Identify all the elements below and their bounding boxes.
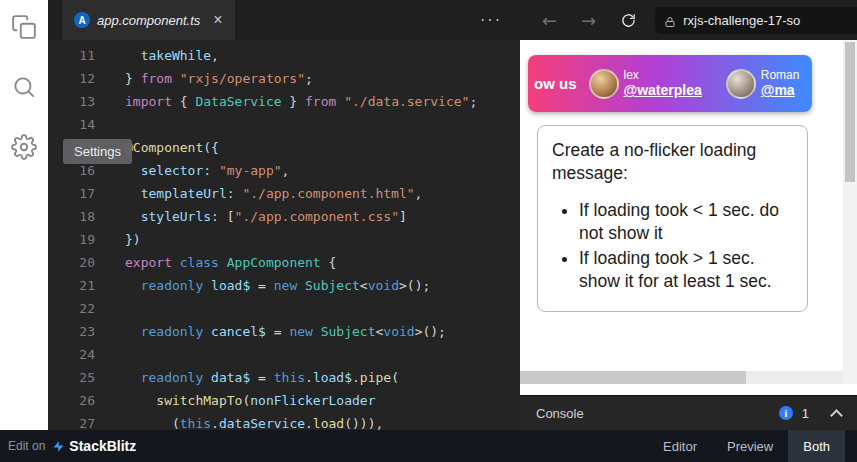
line-number: 25 bbox=[48, 366, 95, 389]
person-name: lex bbox=[624, 69, 702, 83]
line-number: 20 bbox=[48, 251, 95, 274]
chevron-up-icon[interactable] bbox=[830, 409, 843, 422]
top-bar: A app.component.ts × ··· ← → rxjs-challe… bbox=[48, 0, 857, 40]
refresh-icon[interactable] bbox=[620, 12, 637, 29]
line-number: 14 bbox=[48, 113, 95, 136]
code-text: readonly load$ = new Subject<void>(); bbox=[95, 274, 430, 297]
code-text: switchMapTo(nonFlickerLoader bbox=[95, 389, 375, 412]
code-line[interactable]: 26 switchMapTo(nonFlickerLoader bbox=[48, 389, 520, 412]
preview-pane: ow us lex@waterpleaRoman@ma Create a no-… bbox=[520, 40, 857, 395]
edit-on-label: Edit on bbox=[8, 439, 45, 453]
line-number: 21 bbox=[48, 274, 95, 297]
files-icon[interactable] bbox=[11, 14, 37, 40]
banner-person: lex@waterplea bbox=[589, 69, 702, 99]
vertical-scrollbar-thumb[interactable] bbox=[845, 42, 855, 182]
line-number: 24 bbox=[48, 343, 95, 366]
vertical-scrollbar[interactable] bbox=[843, 40, 857, 384]
code-line[interactable]: 23 readonly cancel$ = new Subject<void>(… bbox=[48, 320, 520, 343]
line-number: 17 bbox=[48, 182, 95, 205]
line-number: 13 bbox=[48, 90, 95, 113]
code-text: takeWhile, bbox=[95, 44, 219, 67]
code-lines: 11 takeWhile,12} from "rxjs/operators";1… bbox=[48, 44, 520, 430]
avatar bbox=[726, 69, 756, 99]
line-number: 11 bbox=[48, 44, 95, 67]
code-line[interactable]: 25 readonly data$ = this.load$.pipe( bbox=[48, 366, 520, 389]
line-number: 18 bbox=[48, 205, 95, 228]
task-list: If loading took < 1 sec. do not show itI… bbox=[552, 199, 793, 294]
preview-nav: ← → rxjs-challenge-17-so bbox=[520, 0, 857, 40]
tab-app-component-ts[interactable]: A app.component.ts × bbox=[62, 0, 235, 40]
task-bullet: If loading took < 1 sec. do not show it bbox=[579, 199, 793, 246]
view-mode-switcher: EditorPreviewBoth bbox=[648, 430, 845, 462]
url-text: rxjs-challenge-17-so bbox=[683, 13, 800, 28]
code-text: } from "rxjs/operators"; bbox=[95, 67, 313, 90]
mode-button-both[interactable]: Both bbox=[788, 430, 845, 462]
code-line[interactable]: 20export class AppComponent { bbox=[48, 251, 520, 274]
code-line[interactable]: 14 bbox=[48, 113, 520, 136]
task-title: Create a no-flicker loading message: bbox=[552, 139, 793, 186]
follow-text: ow us bbox=[534, 75, 577, 92]
line-number: 26 bbox=[48, 389, 95, 412]
person-handle-link[interactable]: @waterplea bbox=[624, 82, 702, 98]
console-message-count: 1 bbox=[802, 406, 809, 421]
code-line[interactable]: 19}) bbox=[48, 228, 520, 251]
url-bar[interactable]: rxjs-challenge-17-so bbox=[655, 7, 857, 34]
line-number: 12 bbox=[48, 67, 95, 90]
code-text: }) bbox=[95, 228, 141, 251]
activity-bar bbox=[0, 0, 48, 430]
lock-icon bbox=[664, 14, 676, 26]
horizontal-scrollbar[interactable] bbox=[520, 371, 843, 384]
stackblitz-app: Settings A app.component.ts × ··· ← → rx… bbox=[0, 0, 857, 462]
code-line[interactable]: 11 takeWhile, bbox=[48, 44, 520, 67]
mode-button-editor[interactable]: Editor bbox=[648, 430, 712, 462]
angular-file-icon: A bbox=[74, 12, 90, 28]
avatar bbox=[589, 69, 619, 99]
console-controls: i 1 bbox=[779, 406, 841, 421]
settings-tooltip: Settings bbox=[63, 139, 132, 164]
search-icon[interactable] bbox=[11, 74, 37, 100]
code-text: readonly cancel$ = new Subject<void>(); bbox=[95, 320, 446, 343]
line-number: 27 bbox=[48, 412, 95, 430]
console-label[interactable]: Console bbox=[536, 406, 584, 421]
more-actions-icon[interactable]: ··· bbox=[480, 11, 502, 29]
line-number: 22 bbox=[48, 297, 95, 320]
line-number: 23 bbox=[48, 320, 95, 343]
code-line[interactable]: 21 readonly load$ = new Subject<void>(); bbox=[48, 274, 520, 297]
code-text bbox=[95, 113, 125, 136]
code-line[interactable]: 27 (this.dataService.load())), bbox=[48, 412, 520, 430]
code-text: styleUrls: ["./app.component.css"] bbox=[95, 205, 407, 228]
console-panel: Console i 1 bbox=[520, 395, 857, 430]
code-line[interactable]: 13import { DataService } from "./data.se… bbox=[48, 90, 520, 113]
code-text bbox=[95, 297, 125, 320]
code-text: import { DataService } from "./data.serv… bbox=[95, 90, 477, 113]
code-line[interactable]: 17 templateUrl: "./app.component.html", bbox=[48, 182, 520, 205]
close-tab-icon[interactable]: × bbox=[213, 12, 222, 28]
code-text: (this.dataService.load())), bbox=[95, 412, 383, 430]
mode-button-preview[interactable]: Preview bbox=[712, 430, 788, 462]
code-text: templateUrl: "./app.component.html", bbox=[95, 182, 422, 205]
tab-strip: A app.component.ts × ··· bbox=[48, 0, 520, 40]
code-line[interactable]: 22 bbox=[48, 297, 520, 320]
info-icon: i bbox=[779, 406, 793, 420]
status-bar: Edit on StackBlitz EditorPreviewBoth bbox=[0, 430, 857, 462]
follow-banner: ow us lex@waterpleaRoman@ma bbox=[528, 55, 812, 112]
tab-label: app.component.ts bbox=[97, 13, 200, 28]
settings-gear-icon[interactable] bbox=[11, 134, 37, 160]
banner-people: lex@waterpleaRoman@ma bbox=[589, 69, 800, 99]
stackblitz-bolt-icon bbox=[52, 438, 65, 455]
back-icon[interactable]: ← bbox=[542, 10, 557, 31]
code-line[interactable]: 12} from "rxjs/operators"; bbox=[48, 67, 520, 90]
task-bullet: If loading took > 1 sec. show it for at … bbox=[579, 247, 793, 294]
code-text: export class AppComponent { bbox=[95, 251, 336, 274]
line-number: 19 bbox=[48, 228, 95, 251]
code-line[interactable]: 24 bbox=[48, 343, 520, 366]
code-text bbox=[95, 343, 125, 366]
horizontal-scrollbar-thumb[interactable] bbox=[520, 371, 746, 384]
code-editor[interactable]: 11 takeWhile,12} from "rxjs/operators";1… bbox=[48, 40, 520, 430]
person-name: Roman bbox=[761, 69, 800, 83]
person-handle-link[interactable]: @ma bbox=[761, 82, 800, 98]
stackblitz-brand[interactable]: StackBlitz bbox=[69, 438, 136, 454]
code-line[interactable]: 18 styleUrls: ["./app.component.css"] bbox=[48, 205, 520, 228]
forward-icon[interactable]: → bbox=[581, 10, 596, 31]
banner-person: Roman@ma bbox=[726, 69, 800, 99]
